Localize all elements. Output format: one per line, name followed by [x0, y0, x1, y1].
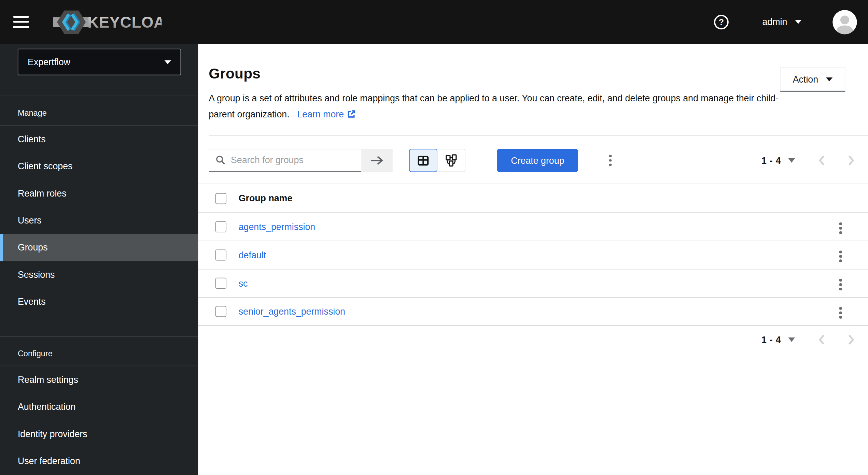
sidebar-item-users[interactable]: Users — [0, 207, 198, 234]
help-icon: ? — [714, 14, 729, 29]
group-link[interactable]: default — [232, 250, 266, 260]
sidebar-item-user-federation[interactable]: User federation — [0, 448, 198, 475]
external-link-icon — [347, 110, 356, 118]
sidebar-item-sessions[interactable]: Sessions — [0, 261, 198, 288]
realm-selector[interactable]: Expertflow — [18, 49, 181, 75]
group-link[interactable]: agents_permission — [232, 221, 316, 232]
kebab-icon — [839, 222, 842, 225]
help-button[interactable]: ? — [714, 14, 729, 29]
row-kebab-button[interactable] — [835, 304, 846, 322]
table-row: agents_permission — [198, 213, 868, 241]
sidebar: Expertflow Manage Clients Client scopes … — [0, 44, 198, 475]
group-link[interactable]: senior_agents_permission — [232, 306, 345, 317]
sidebar-item-events[interactable]: Events — [0, 288, 198, 315]
keycloak-admin-console: KEYCLOAK ? admin Ex — [0, 0, 868, 475]
row-kebab-button[interactable] — [835, 275, 846, 293]
nav-toggle-button[interactable] — [13, 16, 29, 28]
chevron-left-icon — [818, 155, 825, 166]
pagination-range-dropdown[interactable]: 1 - 4 — [761, 155, 795, 166]
tree-view-icon — [444, 153, 458, 168]
pagination-bottom: 1 - 4 — [198, 326, 868, 345]
nav-section-configure: Configure Realm settings Authentication … — [0, 336, 198, 475]
sidebar-item-realm-roles[interactable]: Realm roles — [0, 180, 198, 207]
chevron-down-icon — [164, 60, 171, 64]
create-group-button[interactable]: Create group — [497, 149, 578, 172]
pagination-top: 1 - 4 — [761, 155, 855, 166]
next-page-button[interactable] — [848, 155, 855, 166]
learn-more-link[interactable]: Learn more — [297, 109, 356, 119]
kebab-icon — [839, 307, 842, 310]
view-toggle-group — [409, 149, 465, 172]
toolbar: Create group 1 - 4 — [198, 136, 868, 184]
nav-section-title: Configure — [0, 337, 198, 365]
previous-page-button[interactable] — [818, 155, 825, 166]
sidebar-item-clients[interactable]: Clients — [0, 126, 198, 153]
nav-section-title: Manage — [0, 96, 198, 125]
search-input[interactable] — [231, 155, 356, 165]
row-kebab-button[interactable] — [835, 247, 846, 265]
next-page-button[interactable] — [848, 334, 855, 345]
chevron-down-icon — [788, 158, 795, 163]
chevron-right-icon — [848, 334, 855, 345]
masthead: KEYCLOAK ? admin — [0, 0, 868, 44]
sidebar-item-realm-settings[interactable]: Realm settings — [0, 366, 198, 393]
chevron-down-icon — [795, 20, 801, 24]
search-group — [209, 149, 392, 172]
kebab-icon — [609, 155, 612, 157]
previous-page-button[interactable] — [818, 334, 825, 345]
table-header-row: Group name — [198, 184, 868, 213]
pagination-range: 1 - 4 — [761, 334, 781, 345]
group-name-header: Group name — [232, 184, 835, 213]
chevron-left-icon — [818, 334, 825, 345]
search-submit-button[interactable] — [362, 149, 393, 172]
keycloak-logo[interactable]: KEYCLOAK — [53, 9, 162, 35]
page-header: Groups A group is a set of attributes an… — [198, 44, 868, 135]
pagination-range: 1 - 4 — [761, 155, 781, 166]
table-view-icon — [417, 154, 430, 167]
sidebar-item-client-scopes[interactable]: Client scopes — [0, 153, 198, 179]
row-checkbox[interactable] — [215, 278, 226, 289]
avatar[interactable] — [832, 10, 857, 34]
row-kebab-button[interactable] — [835, 219, 846, 237]
user-menu-dropdown[interactable]: admin — [762, 17, 801, 27]
kebab-icon — [839, 279, 842, 281]
arrow-right-icon — [369, 155, 384, 166]
sidebar-item-identity-providers[interactable]: Identity providers — [0, 420, 198, 447]
masthead-utilities: ? admin — [714, 10, 857, 34]
chevron-down-icon — [826, 77, 832, 81]
person-icon — [834, 13, 856, 34]
page-description: A group is a set of attributes and role … — [209, 90, 780, 122]
group-link[interactable]: sc — [232, 278, 248, 289]
username: admin — [762, 17, 787, 27]
realm-name: Expertflow — [28, 57, 70, 67]
chevron-down-icon — [788, 337, 795, 342]
select-all-checkbox[interactable] — [215, 193, 226, 204]
groups-table: Group name agents_permission default — [198, 184, 868, 326]
main-content: Groups A group is a set of attributes an… — [198, 44, 868, 475]
sidebar-item-groups[interactable]: Groups — [0, 234, 198, 261]
chevron-right-icon — [848, 155, 855, 166]
pagination-range-dropdown[interactable]: 1 - 4 — [761, 334, 795, 345]
kebab-icon — [839, 250, 842, 253]
sidebar-item-authentication[interactable]: Authentication — [0, 393, 198, 420]
nav-section-manage: Manage Clients Client scopes Realm roles… — [0, 96, 198, 315]
search-icon — [216, 155, 225, 165]
tree-view-toggle[interactable] — [437, 149, 466, 172]
table-row: default — [198, 241, 868, 269]
toolbar-kebab-button[interactable] — [605, 152, 616, 170]
action-dropdown-button[interactable]: Action — [780, 67, 845, 92]
row-checkbox[interactable] — [215, 249, 226, 260]
keycloak-logo-icon: KEYCLOAK — [53, 9, 162, 35]
brand-text: KEYCLOAK — [87, 13, 162, 31]
table-row: senior_agents_permission — [198, 297, 868, 326]
page-title: Groups — [209, 65, 780, 82]
row-checkbox[interactable] — [215, 221, 226, 232]
svg-text:?: ? — [719, 17, 724, 26]
hamburger-icon — [13, 16, 29, 18]
table-view-toggle[interactable] — [409, 149, 437, 172]
table-row: sc — [198, 269, 868, 298]
row-checkbox[interactable] — [215, 306, 226, 317]
